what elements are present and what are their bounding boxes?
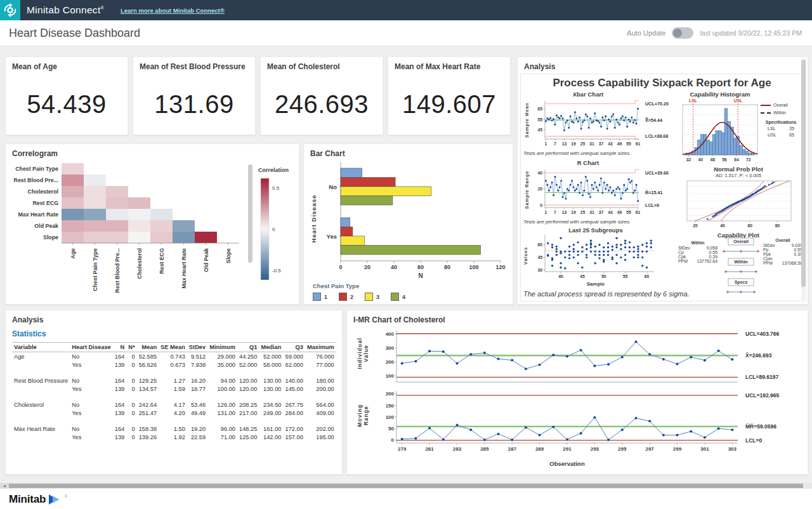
toggle-knob [673,29,682,37]
scroll-left-arrow-icon[interactable]: ◄ [0,483,9,489]
svg-text:0: 0 [339,264,342,270]
svg-text:19: 19 [571,142,576,146]
svg-text:Rest Blood Pre...: Rest Blood Pre... [114,248,121,293]
kpi-card-mean-cholesterol: Mean of Cholesterol 246.693 [260,56,383,135]
svg-text:Cholesterol: Cholesterol [136,248,143,279]
last25-ylabel: Values [523,237,528,275]
specifications-title: Specifications [761,119,801,125]
limit-label: LCL=89.6197 [745,374,778,380]
statistics-section-title: Statistics [12,329,46,338]
legend-title: Chest Pain Type [313,282,405,289]
svg-text:61: 61 [636,142,641,146]
sync-gear-icon [3,3,18,18]
svg-text:7: 7 [554,142,556,146]
svg-text:31: 31 [589,142,594,146]
limit-label: UCL=192.965 [745,392,779,399]
limit-label: LCL=38.68 [645,133,668,139]
limit-label: UCL=70.20 [645,101,669,107]
panel-scrollbar[interactable] [801,58,806,301]
svg-text:LSL: LSL [689,98,697,103]
svg-text:Yes: Yes [327,233,337,240]
svg-text:150: 150 [386,403,395,409]
svg-text:65: 65 [537,107,542,111]
svg-text:40: 40 [720,223,725,228]
svg-text:Cholesterol: Cholesterol [28,188,58,195]
sixpack-report: Process Capability Sixpack Report for Ag… [520,74,804,301]
last25-xlabel: Sample [534,281,658,287]
svg-text:43: 43 [608,210,613,215]
svg-text:Rest ECG: Rest ECG [159,248,165,274]
svg-text:7: 7 [554,210,556,215]
svg-text:301: 301 [700,446,709,452]
limit-label: X̿=54.44 [645,117,662,123]
table-row: Max Heart RateNo1640158.381.5019.2096.00… [12,425,336,433]
horizontal-scrollbar[interactable]: ◄ [0,483,812,489]
auto-update-label: Auto Update [627,29,665,37]
learn-more-link[interactable]: Learn more about Minitab Connect® [121,7,225,14]
svg-text:299: 299 [673,446,682,452]
svg-text:45: 45 [580,274,585,279]
stat-row: PPM137752.64 [678,259,717,263]
legend-item-within: Within [761,110,801,116]
column-header: Mean [137,343,159,352]
svg-text:25: 25 [580,142,586,146]
svg-text:40: 40 [537,171,542,175]
svg-text:Overall: Overall [733,239,749,244]
scrollbar-thumb[interactable] [801,60,806,287]
r-ylabel: Sample Range [525,168,530,212]
scrollbar-thumb[interactable] [248,164,252,263]
svg-text:0: 0 [540,203,542,208]
kpi-value: 131.69 [133,90,255,119]
stat-row: StDev9.039 [763,243,802,248]
svg-text:50: 50 [388,426,394,432]
kpi-card-mean-rest-bp: Mean of Rest Blood Pressure 131.69 [133,56,256,135]
statistics-table: VariableHeart DiseaseNN*MeanSE MeanStDev… [12,342,336,449]
svg-text:Chest Pain Type: Chest Pain Type [92,248,98,291]
svg-text:USL: USL [734,98,743,103]
within-line-swatch [761,112,771,114]
bar-ylabel: Heart Disease [311,183,318,253]
panel-title: Correlogram [12,149,58,158]
individual-value-chart: 100200300400UCL=403.766X̄=246.693LCL=89.… [375,327,812,385]
svg-text:40: 40 [698,157,704,162]
limit-label: UCL=403.766 [745,331,779,337]
spec-row: USL65 [768,132,794,138]
svg-text:100: 100 [386,373,395,379]
svg-text:297: 297 [645,446,654,452]
bar-chart: NoYes020406080100120N [318,159,507,280]
auto-update-toggle[interactable] [672,27,693,39]
svg-text:55: 55 [626,142,631,146]
svg-text:No: No [329,183,337,190]
svg-text:-0.5: -0.5 [272,268,281,274]
table-row: CholesterolNo1640242.644.1753.46126.0020… [12,400,336,409]
svg-text:30: 30 [537,268,542,272]
last-updated-text: last updated 9/20/22, 12:45:23 PM [700,29,802,37]
svg-text:279: 279 [398,446,407,452]
legend-item: 2 [339,293,353,301]
kpi-value: 54.439 [6,90,128,119]
hist-legend: Overall Within Specifications LSL35USL65 [761,102,801,138]
column-header: Heart Disease [70,343,113,352]
dashboard-content: Mean of Age 54.439 Mean of Rest Blood Pr… [0,46,812,483]
moving-range-chart: 0501001502002792812832852872892912932952… [375,388,812,459]
svg-text:40: 40 [391,264,397,270]
svg-text:287: 287 [508,446,517,452]
bar-chart-legend: Chest Pain Type 1234 [313,282,405,301]
stat-row: PPM137068.58 [763,261,802,265]
xbar-ylabel: Sample Mean [525,98,530,142]
scrollbar-thumb[interactable] [9,484,803,488]
limit-label: X̄=246.693 [745,352,771,359]
svg-text:Age: Age [70,248,76,259]
svg-text:285: 285 [480,446,489,452]
svg-text:Specs: Specs [735,280,748,285]
svg-text:55: 55 [623,274,628,279]
svg-text:45: 45 [537,255,542,260]
svg-text:Rest Blood Pre...: Rest Blood Pre... [14,177,58,183]
minitab-footer-logo: Minitab ® [9,493,812,506]
svg-text:200: 200 [386,359,395,365]
spec-row: LSL35 [768,126,794,131]
stat-row: Ppk0.39 [763,252,802,256]
svg-text:120: 120 [495,264,505,270]
svg-text:293: 293 [591,446,599,452]
kpi-card-mean-age: Mean of Age 54.439 [5,56,128,135]
